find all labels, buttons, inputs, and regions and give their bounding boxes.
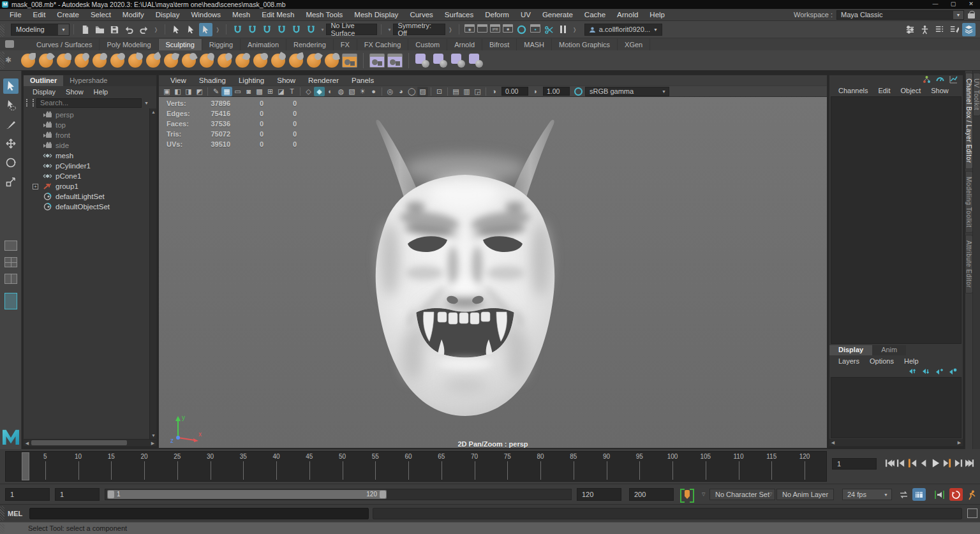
live-surface-field[interactable]: No Live Surface bbox=[326, 24, 377, 35]
viewport-menu-renderer[interactable]: Renderer bbox=[302, 75, 345, 86]
outliner-menu-help[interactable]: Help bbox=[89, 86, 114, 98]
foamy-tool-icon[interactable] bbox=[128, 53, 143, 68]
render-frame-icon[interactable] bbox=[477, 24, 487, 33]
shelf-tab-bifrost[interactable]: Bifrost bbox=[482, 39, 517, 50]
menu-help[interactable]: Help bbox=[644, 9, 671, 20]
layer-menu-help[interactable]: Help bbox=[899, 355, 924, 367]
character-controls-icon[interactable] bbox=[918, 23, 932, 36]
viewport-camera-icon[interactable]: ▣ bbox=[161, 87, 172, 96]
shelf-menu-icon[interactable] bbox=[5, 40, 14, 48]
shelf-tab-xgen[interactable]: XGen bbox=[618, 39, 650, 50]
textured-icon[interactable]: ◐ bbox=[325, 87, 336, 96]
anim-layer-dropdown[interactable]: No Anim Layer bbox=[776, 489, 834, 500]
range-end-handle[interactable] bbox=[380, 491, 386, 498]
current-time-marker[interactable] bbox=[22, 452, 29, 480]
menu-display[interactable]: Display bbox=[150, 9, 186, 20]
chevron-down-icon[interactable]: ▾ bbox=[321, 27, 323, 33]
undo-icon[interactable] bbox=[122, 23, 136, 36]
graph-pencil-icon[interactable] bbox=[949, 75, 958, 85]
gamma-field[interactable]: 1.00 bbox=[543, 87, 570, 96]
script-editor-icon[interactable] bbox=[967, 508, 977, 518]
menu-surfaces[interactable]: Surfaces bbox=[439, 9, 479, 20]
marquee-zoom-icon[interactable]: ⊡ bbox=[434, 87, 445, 96]
channel-box-toggle-icon[interactable] bbox=[933, 23, 946, 36]
sculpt-tool-icon[interactable] bbox=[20, 53, 36, 68]
menu-arnold[interactable]: Arnold bbox=[611, 9, 644, 20]
current-frame-field[interactable] bbox=[832, 458, 877, 470]
menu-curves[interactable]: Curves bbox=[404, 9, 438, 20]
scroll-up-icon[interactable]: ▲ bbox=[150, 108, 156, 115]
paint-selection-tool-icon[interactable] bbox=[3, 117, 19, 132]
perspective-viewport[interactable]: ViewShadingLightingShowRendererPanels ▣◧… bbox=[158, 75, 828, 449]
amplify-tool-icon[interactable] bbox=[306, 53, 322, 68]
outliner-item-persp[interactable]: persp bbox=[24, 110, 156, 120]
shelf-tab-curves-surfaces[interactable]: Curves / Surfaces bbox=[29, 39, 100, 50]
lights-icon[interactable]: ☀ bbox=[357, 87, 368, 96]
step-back-key-icon[interactable] bbox=[907, 456, 917, 471]
grid-toggle-icon[interactable]: ▦ bbox=[221, 87, 232, 96]
grip-handle[interactable] bbox=[0, 24, 4, 37]
playback-end-field[interactable] bbox=[577, 488, 621, 501]
viewport-menu-panels[interactable]: Panels bbox=[345, 75, 380, 86]
film-gate-icon[interactable]: ▭ bbox=[232, 87, 243, 96]
sculpt-panel-icon[interactable] bbox=[342, 54, 357, 68]
loop-playback-icon[interactable] bbox=[897, 488, 910, 501]
menu-modify[interactable]: Modify bbox=[117, 9, 150, 20]
chevron-down-icon[interactable]: ▽ bbox=[769, 492, 772, 497]
time-slider[interactable]: 5101520253035404550556065707580859095100… bbox=[5, 451, 827, 482]
snap-grid-icon[interactable] bbox=[231, 23, 244, 36]
expand-icon[interactable]: + bbox=[33, 184, 38, 189]
channel-box-menu-object[interactable]: Object bbox=[895, 85, 926, 96]
playback-start-field[interactable] bbox=[55, 488, 100, 501]
scroll-left-icon[interactable]: ◀ bbox=[829, 439, 836, 446]
spray-tool-icon[interactable] bbox=[145, 53, 161, 68]
lasso-tool-icon[interactable] bbox=[3, 98, 19, 113]
move-layer-up-icon[interactable] bbox=[909, 367, 917, 376]
shape-editor-icon[interactable] bbox=[387, 54, 403, 68]
gamma-icon[interactable]: ◗ bbox=[530, 87, 541, 96]
outliner-menu-show[interactable]: Show bbox=[61, 86, 89, 98]
layer-tab-anim[interactable]: Anim bbox=[872, 345, 906, 355]
soft-select-brush-icon[interactable] bbox=[415, 53, 430, 68]
imprint-tool-icon[interactable] bbox=[181, 53, 197, 68]
hypershade-icon[interactable] bbox=[542, 23, 556, 36]
outliner-menu-display[interactable]: Display bbox=[27, 86, 61, 98]
fps-dropdown[interactable]: 24 fps ▼ bbox=[842, 489, 892, 500]
smooth-shade-icon[interactable]: ◆ bbox=[314, 87, 325, 96]
resolution-gate-icon[interactable]: ◙ bbox=[243, 87, 254, 96]
layer-tab-display[interactable]: Display bbox=[829, 345, 872, 355]
viewport-menu-show[interactable]: Show bbox=[271, 75, 302, 86]
speed-gauge-icon[interactable] bbox=[936, 75, 944, 85]
scroll-down-icon[interactable]: ▼ bbox=[150, 432, 156, 439]
menu-edit[interactable]: Edit bbox=[27, 9, 52, 20]
outliner-item-front[interactable]: front bbox=[24, 130, 156, 140]
image-plane-icon[interactable]: ◪ bbox=[276, 87, 286, 96]
menu-windows[interactable]: Windows bbox=[185, 9, 226, 20]
select-object-icon[interactable] bbox=[184, 23, 198, 36]
shelf-tab-arnold[interactable]: Arnold bbox=[447, 39, 482, 50]
shelf-tab-animation[interactable]: Animation bbox=[241, 39, 286, 50]
menu-cache[interactable]: Cache bbox=[579, 9, 611, 20]
knife-tool-icon[interactable] bbox=[253, 53, 268, 68]
layer-menu-options[interactable]: Options bbox=[865, 355, 899, 367]
symmetry-field[interactable]: Symmetry: Off bbox=[393, 24, 445, 35]
snap-projected-center-icon[interactable] bbox=[275, 23, 288, 36]
horizontal-scrollbar[interactable]: ◀ ▶ bbox=[24, 439, 156, 446]
erase-brush-icon[interactable] bbox=[468, 53, 484, 68]
outliner-item-top[interactable]: top bbox=[24, 120, 156, 130]
menu-mesh-tools[interactable]: Mesh Tools bbox=[300, 9, 348, 20]
viewport-canvas[interactable]: Verts:3789600Edges:7541600Faces:3753600T… bbox=[159, 97, 827, 448]
multi-pass-icon[interactable]: ▥ bbox=[461, 87, 472, 96]
checker-icon[interactable]: ▧ bbox=[346, 87, 357, 96]
play-backwards-icon[interactable] bbox=[919, 456, 929, 471]
step-forward-key-icon[interactable] bbox=[942, 456, 952, 471]
character-key-icon[interactable] bbox=[680, 489, 694, 500]
select-hierarchy-icon[interactable] bbox=[170, 23, 183, 36]
pan-zoom-icon[interactable]: ◲ bbox=[472, 87, 483, 96]
workspace-panels-icon[interactable] bbox=[962, 23, 976, 36]
scroll-right-icon[interactable]: ▶ bbox=[956, 439, 963, 446]
pause-icon[interactable] bbox=[560, 26, 566, 33]
view-transform-dropdown[interactable]: sRGB gamma ▼ bbox=[585, 87, 669, 96]
paint-effects-icon[interactable]: ◕ bbox=[396, 87, 406, 96]
scale-tool-icon[interactable] bbox=[3, 174, 19, 189]
